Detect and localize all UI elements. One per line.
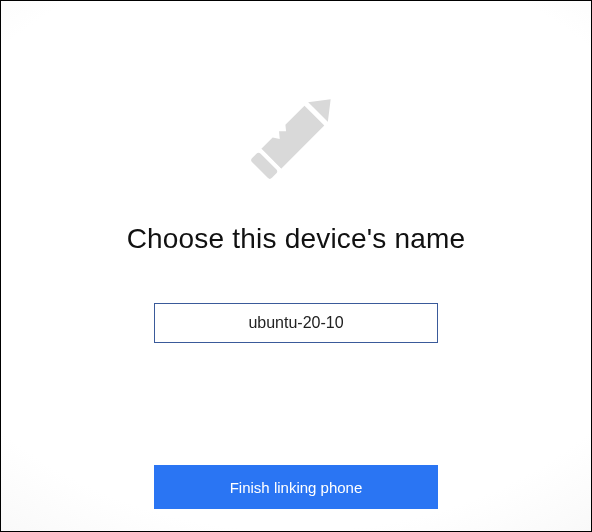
dialog-content: Choose this device's name Finish linking… [1,1,591,531]
device-name-field-wrap [154,303,438,343]
device-name-input[interactable] [154,303,438,343]
pencil-icon [241,79,351,193]
device-name-dialog: Choose this device's name Finish linking… [0,0,592,532]
dialog-heading: Choose this device's name [127,223,466,255]
finish-linking-button[interactable]: Finish linking phone [154,465,438,509]
